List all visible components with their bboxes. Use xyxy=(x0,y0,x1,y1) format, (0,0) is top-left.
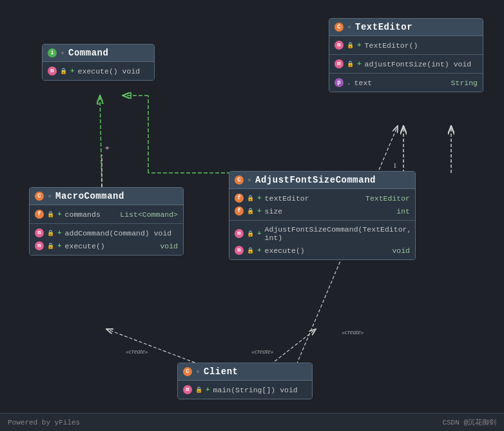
class-icon-c: C xyxy=(334,23,344,32)
command-header: i ∘ Command xyxy=(43,45,154,62)
method-icon: m xyxy=(35,241,44,250)
macrocommand-class-name: MacroCommand xyxy=(55,191,124,201)
svg-text:«create»: «create» xyxy=(342,328,364,336)
svg-text:«create»: «create» xyxy=(251,348,274,355)
adjustfontsize-class-name: AdjustFontSizeCommand xyxy=(255,175,376,185)
bottom-left-label: Powered by yFiles xyxy=(8,419,80,426)
method-icon: m xyxy=(183,385,192,394)
method-icon: m xyxy=(235,246,244,255)
field-icon: f xyxy=(235,206,244,216)
texteditor-adjustfont-row: m 🔒 + adjustFontSize(int) void xyxy=(329,57,483,70)
macrocommand-header: C ∘ MacroCommand xyxy=(30,188,183,205)
field-icon: f xyxy=(235,194,244,203)
svg-text:«create»: «create» xyxy=(126,348,148,355)
svg-line-14 xyxy=(271,329,316,365)
command-methods-section: m 🔒 + execute() void xyxy=(43,62,154,80)
svg-text:1: 1 xyxy=(393,161,397,169)
texteditor-header: C ∘ TextEditor xyxy=(329,19,483,36)
texteditor-constructor-section: m 🔒 + TextEditor() xyxy=(329,36,483,55)
macrocommand-class-box: C ∘ MacroCommand f 🔒 + commands List<Com… xyxy=(29,187,184,256)
adjustfontsize-methods-section: m 🔒 + AdjustFontSizeCommand(TextEditor, … xyxy=(229,221,415,259)
command-class-box: i ∘ Command m 🔒 + execute() void xyxy=(42,44,155,81)
macrocommand-execute-row: m 🔒 + execute() void xyxy=(30,239,183,252)
client-class-box: C ∘ Client m 🔒 + main(String[]) void xyxy=(177,363,313,399)
adjustfontsize-class-box: C ∘ AdjustFontSizeCommand f 🔒 + textEdit… xyxy=(229,171,416,260)
interface-icon: i xyxy=(48,48,57,57)
adjustfontsize-size-row: f 🔒 + size int xyxy=(229,205,415,217)
client-class-name: Client xyxy=(204,366,238,377)
method-icon: m xyxy=(48,66,57,75)
texteditor-class-name: TextEditor xyxy=(355,22,412,32)
property-icon: p xyxy=(334,78,344,87)
adjustfontsize-constructor-row: m 🔒 + AdjustFontSizeCommand(TextEditor, … xyxy=(229,223,415,244)
texteditor-constructor-row: m 🔒 + TextEditor() xyxy=(329,39,483,52)
diagram-container: * 1 1 «create» «create» «create» i ∘ Com… xyxy=(0,0,504,431)
adjustfontsize-texteditor-row: f 🔒 + textEditor TextEditor xyxy=(229,192,415,205)
class-icon-c: C xyxy=(35,192,44,201)
svg-line-3 xyxy=(100,95,102,187)
macrocommand-fields-section: f 🔒 + commands List<Command> xyxy=(30,205,183,224)
texteditor-methods-section: m 🔒 + adjustFontSize(int) void xyxy=(329,55,483,74)
command-execute-row: m 🔒 + execute() void xyxy=(43,65,154,77)
texteditor-fields-section: p . text String xyxy=(329,74,483,92)
adjustfontsize-fields-section: f 🔒 + textEditor TextEditor f 🔒 + size i… xyxy=(229,189,415,221)
macrocommand-commands-row: f 🔒 + commands List<Command> xyxy=(30,208,183,221)
bottom-bar: Powered by yFiles CSDN @沉花御剑 xyxy=(0,413,504,431)
class-icon-c: C xyxy=(183,367,192,376)
method-icon: m xyxy=(35,228,44,237)
command-class-name: Command xyxy=(68,48,108,58)
macrocommand-addcommand-row: m 🔒 + addCommand(Command) void xyxy=(30,226,183,239)
texteditor-class-box: C ∘ TextEditor m 🔒 + TextEditor() m 🔒 + … xyxy=(329,18,483,92)
adjustfontsize-execute-row: m 🔒 + execute() void xyxy=(229,244,415,257)
client-main-row: m 🔒 + main(String[]) void xyxy=(178,383,312,396)
macrocommand-methods-section: m 🔒 + addCommand(Command) void m 🔒 + exe… xyxy=(30,224,183,255)
field-icon: f xyxy=(35,210,44,219)
texteditor-text-row: p . text String xyxy=(329,76,483,89)
client-methods-section: m 🔒 + main(String[]) void xyxy=(178,381,312,399)
svg-line-13 xyxy=(106,329,200,365)
client-header: C ∘ Client xyxy=(178,363,312,381)
method-icon: m xyxy=(235,229,244,238)
method-icon: m xyxy=(334,41,344,50)
svg-text:*: * xyxy=(105,144,110,154)
adjustfontsize-header: C ∘ AdjustFontSizeCommand xyxy=(229,172,415,189)
method-icon: m xyxy=(334,59,344,68)
class-icon-c: C xyxy=(235,175,244,185)
bottom-right-label: CSDN @沉花御剑 xyxy=(442,417,496,427)
